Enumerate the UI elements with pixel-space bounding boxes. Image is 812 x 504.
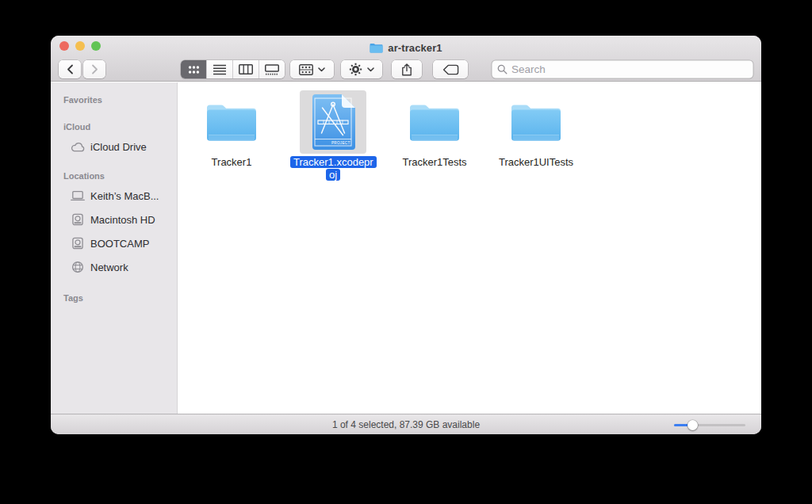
- gallery-icon: [265, 64, 279, 75]
- sidebar: Favorites iCloud iCloud Drive Locations: [51, 82, 178, 414]
- file-name: Tracker1Tests: [402, 156, 466, 169]
- file-item-tracker1uitests[interactable]: Tracker1UITests: [485, 90, 587, 169]
- back-button[interactable]: [59, 60, 81, 78]
- finder-window: ar-tracker1: [51, 36, 761, 434]
- svg-text:PROJECT: PROJECT: [331, 141, 350, 145]
- sidebar-item-label: iCloud Drive: [90, 141, 147, 153]
- column-view-button[interactable]: [233, 60, 259, 78]
- search-field[interactable]: [492, 60, 753, 78]
- sidebar-item-icloud-drive[interactable]: iCloud Drive: [51, 135, 177, 158]
- gallery-view-button[interactable]: [259, 60, 285, 78]
- window-header: ar-tracker1: [51, 36, 761, 82]
- file-name: Tracker1UITests: [499, 156, 573, 169]
- globe-icon: [71, 261, 85, 273]
- sidebar-item-label: Keith’s MacB...: [90, 190, 159, 202]
- zoom-button[interactable]: [91, 41, 101, 51]
- cloud-icon: [71, 142, 85, 152]
- action-dropdown-button[interactable]: [341, 60, 382, 78]
- window-title: ar-tracker1: [388, 42, 442, 54]
- grid-icon: [187, 64, 201, 75]
- list-icon: [213, 64, 226, 75]
- titlebar: ar-tracker1: [51, 36, 761, 57]
- tag-icon: [442, 64, 459, 75]
- file-item-tracker1-xcodeproj[interactable]: PROJECT Tracker1.xcodeproj: [282, 90, 384, 181]
- icon-box: [198, 90, 265, 154]
- sidebar-item-label: Macintosh HD: [90, 214, 155, 226]
- file-grid: Tracker1: [178, 82, 761, 414]
- window-content: Favorites iCloud iCloud Drive Locations: [51, 82, 761, 414]
- file-name-selected: Tracker1.xcodeproj: [290, 156, 376, 181]
- hdd-icon: [71, 237, 85, 250]
- forward-button[interactable]: [83, 60, 105, 78]
- gear-icon: [349, 63, 362, 76]
- columns-icon: [239, 64, 253, 74]
- sidebar-item-macintosh-hd[interactable]: Macintosh HD: [51, 208, 177, 231]
- chevron-down-icon: [318, 67, 325, 72]
- search-input[interactable]: [511, 63, 753, 75]
- share-button[interactable]: [392, 60, 422, 78]
- folder-icon: [408, 101, 461, 143]
- hdd-icon: [71, 213, 85, 226]
- group-dropdown-button[interactable]: [290, 60, 334, 78]
- icon-box: [401, 90, 468, 154]
- xcodeproj-icon: PROJECT: [310, 94, 356, 151]
- toolbar: [51, 59, 761, 79]
- group-icon: [299, 64, 313, 75]
- file-name: Tracker1: [212, 156, 252, 169]
- close-button[interactable]: [59, 41, 69, 51]
- sidebar-item-label: BOOTCAMP: [90, 238, 149, 250]
- sidebar-section-favorites: Favorites: [51, 94, 177, 106]
- icon-box: [503, 90, 569, 154]
- status-text: 1 of 4 selected, 87.39 GB available: [51, 419, 761, 430]
- sidebar-item-bootcamp[interactable]: BOOTCAMP: [51, 231, 177, 255]
- chevron-left-icon: [67, 64, 74, 74]
- folder-icon: [370, 43, 383, 53]
- traffic-lights: [59, 41, 101, 51]
- file-item-tracker1[interactable]: Tracker1: [181, 90, 282, 169]
- sidebar-item-label: Network: [90, 262, 128, 273]
- slider-thumb[interactable]: [688, 420, 698, 430]
- sidebar-section-tags: Tags: [51, 292, 177, 304]
- icon-size-slider[interactable]: [674, 424, 745, 427]
- minimize-button[interactable]: [75, 41, 85, 51]
- chevron-right-icon: [91, 64, 98, 74]
- status-bar: 1 of 4 selected, 87.39 GB available: [51, 414, 761, 434]
- tag-button[interactable]: [433, 60, 468, 78]
- icon-view-button[interactable]: [181, 60, 207, 78]
- laptop-icon: [71, 190, 85, 201]
- chevron-down-icon: [367, 67, 374, 72]
- folder-icon: [510, 101, 562, 143]
- folder-icon: [205, 101, 258, 143]
- sidebar-item-network[interactable]: Network: [51, 255, 177, 279]
- icon-box-selected: PROJECT: [300, 90, 366, 154]
- sidebar-section-icloud: iCloud: [51, 120, 177, 133]
- view-mode-control: [181, 60, 285, 78]
- sidebar-section-locations: Locations: [51, 170, 177, 182]
- search-icon: [497, 64, 508, 74]
- list-view-button[interactable]: [207, 60, 233, 78]
- file-item-tracker1tests[interactable]: Tracker1Tests: [384, 90, 485, 169]
- sidebar-item-keiths-macbook[interactable]: Keith’s MacB...: [51, 184, 177, 208]
- share-icon: [401, 63, 412, 76]
- desktop-background: ar-tracker1: [0, 0, 812, 504]
